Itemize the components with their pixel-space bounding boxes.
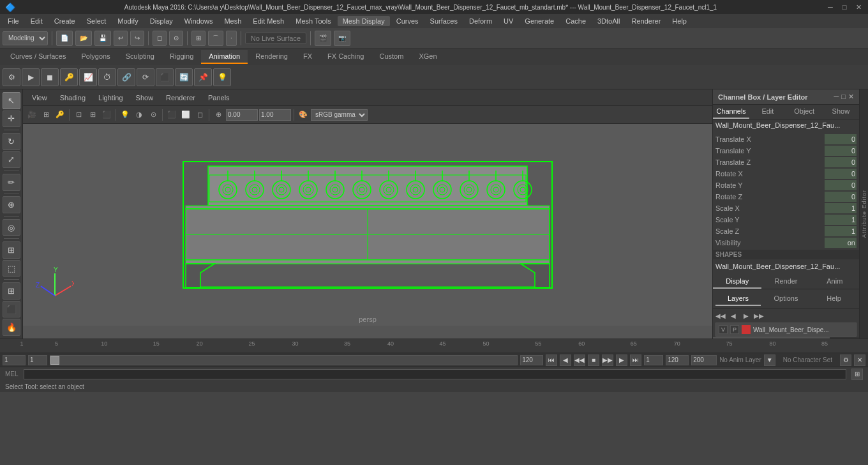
cb-tab-channels[interactable]: Channels [713,105,749,119]
vp-input-val2[interactable] [259,109,291,121]
channel-value-tz[interactable]: 0 [825,157,857,167]
play-next-btn[interactable]: ▶ [616,354,627,366]
scale-tool[interactable]: ⤢ [3,151,20,169]
move-tool[interactable]: ✛ [3,111,20,128]
shelf-icon-1[interactable]: ⚙ [3,68,20,86]
play-prev-btn[interactable]: ◀ [560,354,571,366]
paint-tool[interactable]: 🔥 [3,319,20,336]
menu-deform[interactable]: Deform [464,16,497,26]
shelf-icon-10[interactable]: 🔄 [175,68,193,86]
channel-value-ty[interactable]: 0 [825,146,857,156]
universal-tool[interactable]: ⊕ [3,196,20,213]
play-stop-btn[interactable]: ■ [588,354,599,366]
soft-select-tool[interactable]: ◎ [3,219,20,236]
shelf-icon-3[interactable]: ◼ [41,68,59,86]
shelf-icon-11[interactable]: 📌 [194,68,212,86]
menu-file[interactable]: File [3,16,24,26]
vp-icon-shadow[interactable]: ◑ [133,109,146,121]
snap-curve-btn[interactable]: ⌒ [208,31,223,46]
play-fwd-btn[interactable]: ▶▶ [602,354,613,366]
frame-range-end[interactable] [666,355,689,365]
selected-object-name[interactable]: Wall_Mount_Beer_Dispenser_12_Fau... [713,119,859,131]
menu-windows[interactable]: Windows [179,16,218,26]
play-last-btn[interactable]: ⏭ [630,354,641,366]
shelf-icon-7[interactable]: 🔗 [117,68,135,86]
show-manip-tool[interactable]: ⊞ [3,241,20,259]
vp-icon-smooth[interactable]: ⬛ [100,109,113,121]
menu-modify[interactable]: Modify [112,16,143,26]
cb-tab-edit[interactable]: Edit [749,105,786,119]
display-tab-render[interactable]: Render [761,275,810,289]
cb-minimize-btn[interactable]: ─ [834,93,839,101]
rotate-tool[interactable]: ↻ [3,133,20,150]
playback-thumb[interactable] [50,356,59,365]
open-scene-btn[interactable]: 📂 [75,31,92,46]
shape-name[interactable]: Wall_Mount_Beer_Dispenser_12_Fau... [713,261,859,272]
mode-selector[interactable]: Modeling [3,31,48,45]
menu-3dto-all[interactable]: 3DtoAll [592,16,625,26]
menu-cache[interactable]: Cache [560,16,591,26]
layer-nav-last[interactable]: ▶▶ [754,310,764,321]
shelf-icon-4[interactable]: 🔑 [60,68,78,86]
shelf-tab-custom[interactable]: Custom [372,50,412,64]
play-first-btn[interactable]: ⏮ [546,354,557,366]
snap-grid-btn[interactable]: ⊞ [191,31,206,46]
layer-nav-prev[interactable]: ◀ [728,310,738,321]
channel-value-tx[interactable]: 0 [825,134,857,144]
vp-icon-ao[interactable]: ⊙ [147,109,160,121]
channel-value-sy[interactable]: 1 [825,215,857,225]
channel-value-rz[interactable]: 0 [825,192,857,202]
ipr-btn[interactable]: 📷 [334,31,350,46]
layer-nav-next[interactable]: ▶ [741,310,751,321]
layer-tab-options[interactable]: Options [763,292,809,306]
shelf-tab-fx-caching[interactable]: FX Caching [320,50,371,64]
viewport-canvas[interactable]: X Y Z persp [23,124,712,326]
vp-input-val1[interactable] [226,109,258,121]
undo-btn[interactable]: ↩ [114,31,128,46]
menu-generate[interactable]: Generate [520,16,559,26]
channel-value-sx[interactable]: 1 [825,203,857,213]
shelf-icon-8[interactable]: ⟳ [137,68,154,86]
lasso-btn[interactable]: ⊙ [169,31,183,46]
vp-gamma-select[interactable]: sRGB gamma [311,109,368,121]
display-tab-anim[interactable]: Anim [811,275,859,289]
channel-value-sz[interactable]: 1 [825,226,857,236]
shelf-tab-xgen[interactable]: XGen [411,50,444,64]
range-end-input[interactable] [520,355,543,365]
menu-select[interactable]: Select [82,16,112,26]
mel-input[interactable] [24,369,846,379]
menu-edit[interactable]: Edit [26,16,48,26]
layer-pickable-btn[interactable]: P [730,325,739,334]
render-btn[interactable]: 🎬 [315,31,331,46]
vp-icon-frame[interactable]: ⊞ [40,109,52,121]
close-button[interactable]: ✕ [854,3,863,11]
shelf-tab-fx[interactable]: FX [296,50,320,64]
vp-menu-show[interactable]: Show [132,94,158,102]
shelf-icon-12[interactable]: 💡 [213,68,231,86]
menu-create[interactable]: Create [49,16,80,26]
frame-range-start[interactable] [644,355,663,365]
cb-tab-object[interactable]: Object [786,105,823,119]
shelf-tab-rendering[interactable]: Rendering [248,50,296,64]
region-select-tool[interactable]: ⬚ [3,260,20,277]
play-back-btn[interactable]: ◀◀ [574,354,585,366]
vp-icon-select-all[interactable]: ⊡ [72,109,85,121]
char-set-btn1[interactable]: ⚙ [840,354,851,366]
vp-menu-view[interactable]: View [28,94,51,102]
menu-edit-mesh[interactable]: Edit Mesh [248,16,289,26]
redo-btn[interactable]: ↪ [130,31,144,46]
shelf-icon-9[interactable]: ⬛ [156,68,174,86]
new-scene-btn[interactable]: 📄 [56,31,73,46]
channel-value-rx[interactable]: 0 [825,169,857,179]
vp-icon-res3[interactable]: ◻ [193,109,206,121]
cb-close-btn[interactable]: ✕ [848,93,854,101]
shelf-tab-curves[interactable]: Curves / Surfaces [3,50,73,64]
vp-icon-camera[interactable]: 🎥 [26,109,38,121]
channel-value-vis[interactable]: on [825,238,857,248]
menu-help[interactable]: Help [667,16,692,26]
menu-mesh-tools[interactable]: Mesh Tools [290,16,336,26]
lasso-tool[interactable]: ✏ [3,174,20,191]
menu-mesh[interactable]: Mesh [219,16,246,26]
menu-display[interactable]: Display [145,16,178,26]
layer-visibility-btn[interactable]: V [719,325,728,334]
